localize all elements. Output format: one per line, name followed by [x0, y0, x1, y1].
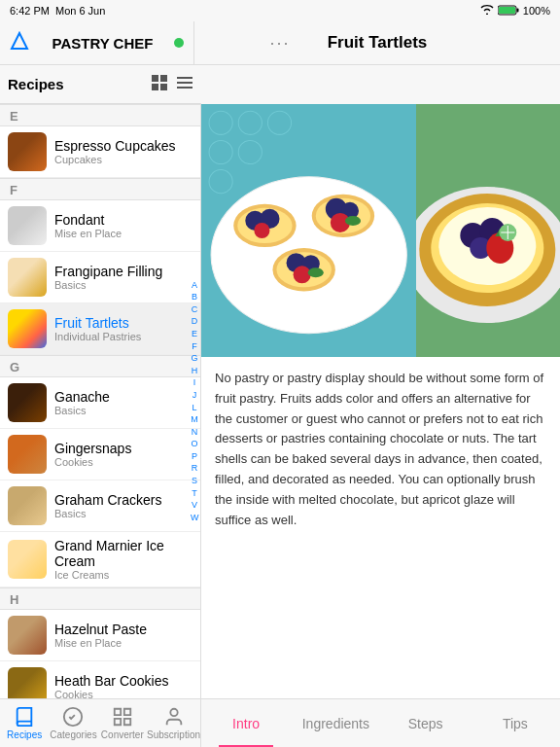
thumb-espresso [8, 132, 47, 171]
thumb-fondant [8, 206, 47, 245]
item-subtitle-ganache: Basics [54, 405, 192, 416]
svg-rect-10 [177, 87, 192, 89]
detail-tab-steps[interactable]: Steps [381, 699, 471, 747]
section-header-e: E [0, 104, 200, 126]
svg-point-50 [170, 709, 177, 716]
alpha-j[interactable]: J [191, 389, 198, 402]
item-subtitle-gingersnaps: Cookies [54, 456, 192, 468]
alpha-t[interactable]: T [191, 487, 198, 500]
item-subtitle-hazelnut: Mise en Place [54, 637, 192, 649]
recipes-label: Recipes [7, 729, 42, 740]
categories-icon [62, 706, 84, 728]
alpha-n[interactable]: N [191, 426, 198, 439]
alpha-b[interactable]: B [191, 291, 198, 303]
alpha-a[interactable]: A [191, 279, 198, 292]
svg-point-34 [294, 266, 311, 283]
item-title-hazelnut: Hazelnut Paste [54, 622, 192, 637]
list-item-frangipane[interactable]: Frangipane FillingBasics [0, 252, 200, 303]
detail-tab-tips[interactable]: Tips [471, 699, 560, 747]
detail-panel: No pastry or pastry display should be wi… [201, 104, 560, 698]
tab-recipes[interactable]: Recipes [0, 699, 49, 747]
item-text-gingersnaps: GingersnapsCookies [54, 441, 192, 468]
item-title-fruit: Fruit Tartlets [54, 315, 192, 331]
subscription-label: Subscription [147, 729, 200, 740]
alpha-m[interactable]: M [191, 413, 198, 426]
thumb-graham [8, 486, 47, 525]
list-item-hazelnut[interactable]: Hazelnut PasteMise en Place [0, 610, 200, 661]
item-text-hazelnut: Hazelnut PasteMise en Place [54, 622, 192, 649]
detail-tab-label-steps: Steps [408, 716, 443, 731]
tab-subscription[interactable]: Subscription [147, 699, 200, 747]
alpha-h[interactable]: H [191, 365, 198, 377]
sidebar: EEspresso CupcakesCupcakesFFondantMise e… [0, 104, 201, 698]
thumb-ganache [8, 383, 47, 422]
sidebar-header: Recipes [0, 65, 201, 104]
alpha-o[interactable]: O [191, 438, 198, 450]
alpha-c[interactable]: C [191, 303, 198, 316]
detail-tab-label-ingredients: Ingredients [302, 716, 369, 731]
list-item-graham[interactable]: Graham CrackersBasics [0, 480, 200, 532]
svg-point-23 [254, 223, 269, 238]
detail-nav-dots[interactable]: ··· [269, 33, 290, 53]
svg-point-29 [345, 216, 361, 226]
alpha-f[interactable]: F [191, 340, 198, 353]
item-title-grand: Grand Marnier Ice Cream [54, 538, 192, 569]
detail-image-right [416, 104, 560, 357]
list-item-heath[interactable]: Heath Bar CookiesCookies [0, 661, 200, 698]
list-item-gingersnaps[interactable]: GingersnapsCookies [0, 429, 200, 480]
item-text-grand: Grand Marnier Ice CreamIce Creams [54, 538, 192, 581]
list-item-grand[interactable]: Grand Marnier Ice CreamIce Creams [0, 532, 200, 587]
detail-tab-ingredients[interactable]: Ingredients [291, 699, 380, 747]
list-view-icon[interactable] [176, 74, 193, 94]
app-title: PASTRY CHEF [43, 35, 162, 52]
svg-rect-9 [177, 82, 192, 84]
alpha-index[interactable]: ABCDEFGHIJLMNOPRSTVW [189, 104, 200, 698]
alpha-l[interactable]: L [191, 402, 198, 414]
status-dot [174, 38, 184, 48]
item-title-ganache: Ganache [54, 389, 192, 405]
main-area: EEspresso CupcakesCupcakesFFondantMise e… [0, 104, 560, 698]
tab-converter[interactable]: Converter [98, 699, 147, 747]
thumb-heath [8, 667, 47, 698]
detail-tab-label-tips: Tips [503, 716, 528, 731]
thumb-hazelnut [8, 616, 47, 655]
item-subtitle-frangipane: Basics [54, 279, 192, 291]
item-text-fruit: Fruit TartletsIndividual Pastries [54, 315, 192, 342]
list-item-ganache[interactable]: GanacheBasics [0, 377, 200, 429]
svg-rect-4 [152, 75, 158, 82]
list-item-espresso[interactable]: Espresso CupcakesCupcakes [0, 126, 200, 178]
sidebar-list[interactable]: EEspresso CupcakesCupcakesFFondantMise e… [0, 104, 200, 698]
recipes-icon [14, 706, 35, 728]
thumb-grand [8, 540, 47, 579]
item-text-graham: Graham CrackersBasics [54, 492, 192, 519]
status-right: 100% [480, 5, 550, 18]
battery-icon [498, 5, 519, 18]
tab-categories[interactable]: Categories [49, 699, 97, 747]
alpha-g[interactable]: G [191, 352, 198, 365]
item-text-ganache: GanacheBasics [54, 389, 192, 416]
alpha-r[interactable]: R [191, 462, 198, 475]
grid-view-icon[interactable] [151, 74, 168, 94]
svg-rect-6 [152, 84, 158, 90]
alpha-p[interactable]: P [191, 450, 198, 463]
sidebar-tab-bar: RecipesCategoriesConverterSubscription [0, 699, 201, 747]
alpha-e[interactable]: E [191, 328, 198, 340]
sidebar-header-label: Recipes [8, 76, 64, 92]
item-title-frangipane: Frangipane Filling [54, 264, 192, 279]
list-item-fondant[interactable]: FondantMise en Place [0, 200, 200, 252]
alpha-s[interactable]: S [191, 475, 198, 487]
item-title-fondant: Fondant [54, 212, 192, 228]
list-item-fruit[interactable]: Fruit TartletsIndividual Pastries [0, 303, 200, 355]
detail-tab-bar: IntroIngredientsStepsTips [201, 699, 560, 747]
app-nav-icon [10, 31, 29, 54]
alpha-i[interactable]: I [191, 376, 198, 389]
alpha-w[interactable]: W [191, 512, 198, 524]
thumb-gingersnaps [8, 435, 47, 474]
alpha-d[interactable]: D [191, 315, 198, 328]
page-title: Fruit Tartlets [328, 33, 428, 53]
svg-rect-5 [160, 75, 167, 82]
alpha-v[interactable]: V [191, 499, 198, 512]
section-header-h: H [0, 587, 200, 610]
item-text-espresso: Espresso CupcakesCupcakes [54, 138, 192, 165]
detail-tab-intro[interactable]: Intro [201, 699, 291, 747]
